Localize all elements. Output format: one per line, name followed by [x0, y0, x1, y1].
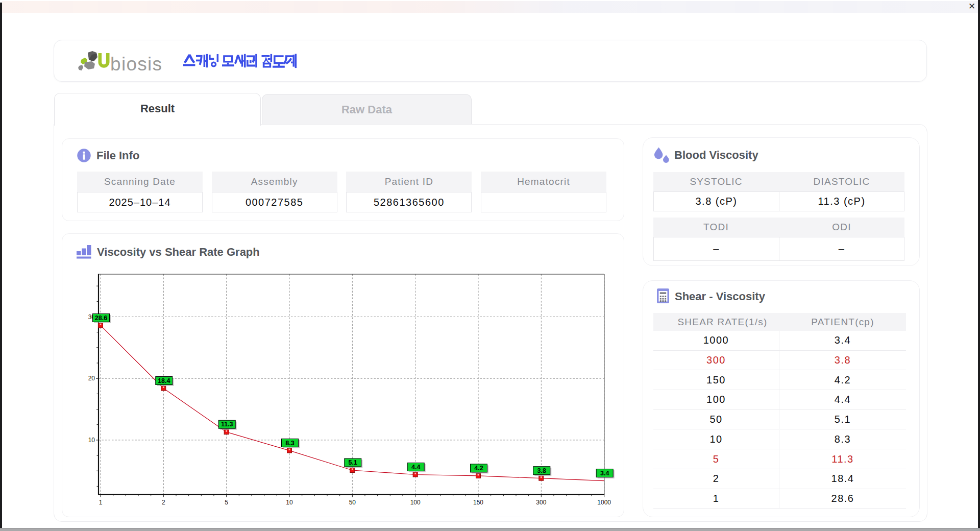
svg-text:biosis: biosis	[110, 54, 162, 74]
svg-text:50: 50	[349, 499, 356, 506]
svg-text:1: 1	[99, 499, 103, 506]
svg-text:1000: 1000	[597, 499, 611, 506]
svg-text:5.1: 5.1	[349, 459, 357, 466]
svg-text:4.2: 4.2	[474, 465, 483, 472]
svg-text:28.6: 28.6	[95, 315, 107, 322]
svg-text:150: 150	[473, 499, 483, 506]
svg-text:10: 10	[88, 437, 95, 444]
svg-text:18.4: 18.4	[158, 377, 170, 384]
svg-text:8.3: 8.3	[285, 440, 294, 447]
svg-text:3.4: 3.4	[600, 470, 609, 477]
svg-text:100: 100	[410, 499, 421, 506]
svg-text:11.3: 11.3	[221, 421, 233, 428]
svg-text:300: 300	[536, 499, 546, 506]
svg-text:4.4: 4.4	[411, 464, 420, 471]
svg-text:20: 20	[88, 375, 95, 382]
svg-text:3.8: 3.8	[537, 467, 546, 474]
svg-text:2: 2	[162, 499, 165, 506]
svg-text:5: 5	[225, 499, 228, 506]
svg-text:10: 10	[286, 499, 293, 506]
